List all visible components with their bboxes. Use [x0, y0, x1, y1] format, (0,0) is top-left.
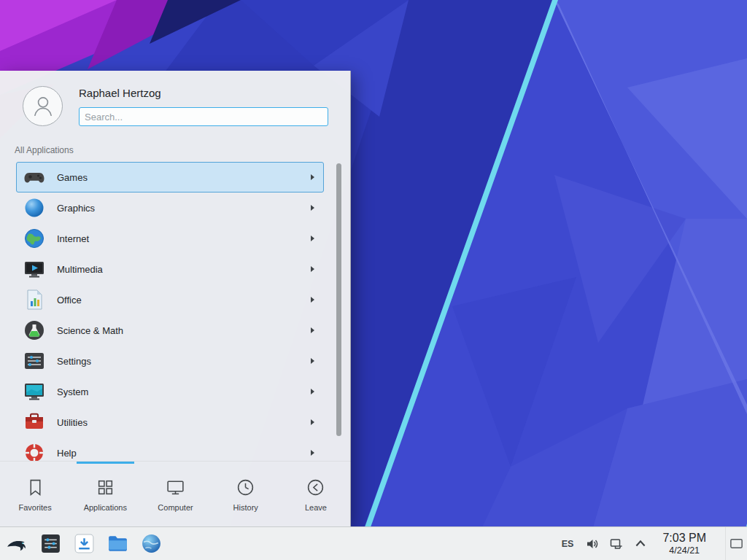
web-browser-icon [140, 532, 163, 555]
submenu-arrow-icon [311, 297, 314, 303]
monitor-icon [166, 478, 185, 497]
taskbar-launchers [0, 527, 168, 560]
application-launcher: Raphael Hertzog All Applications Games [0, 71, 351, 526]
digital-clock[interactable]: 7:03 PM 4/24/21 [662, 531, 706, 556]
wired-network-icon[interactable] [608, 536, 624, 552]
tweaks-launcher[interactable] [34, 527, 67, 560]
scrollbar[interactable] [336, 163, 341, 436]
category-label: Graphics [57, 203, 311, 214]
category-label: Science & Math [57, 325, 311, 336]
tab-history[interactable]: History [211, 462, 281, 526]
tab-leave[interactable]: Leave [281, 462, 351, 526]
graphics-orb-icon [23, 196, 46, 219]
submenu-arrow-icon [311, 327, 314, 333]
category-label: Office [57, 295, 311, 306]
active-tab-indicator [77, 462, 134, 464]
category-internet[interactable]: Internet [16, 223, 324, 254]
category-label: Settings [57, 356, 311, 367]
web-browser-launcher[interactable] [134, 527, 168, 560]
flask-icon [23, 319, 46, 342]
category-label: Utilities [57, 417, 311, 428]
section-label: All Applications [15, 145, 74, 155]
sliders-icon [23, 349, 46, 373]
system-monitor-icon [23, 380, 46, 403]
avatar[interactable] [23, 86, 63, 126]
keyboard-layout-indicator[interactable]: ES [562, 539, 574, 549]
kali-menu-icon [6, 532, 28, 555]
clock-date: 4/24/21 [662, 545, 706, 556]
taskbar: ES 7:03 PM 4/24/21 [0, 526, 747, 560]
show-desktop-icon [729, 536, 744, 551]
submenu-arrow-icon [311, 266, 314, 272]
expand-tray-icon[interactable] [632, 536, 649, 552]
category-science-math[interactable]: Science & Math [16, 315, 324, 346]
file-manager-launcher[interactable] [101, 527, 134, 560]
clock-icon [236, 478, 255, 497]
user-icon [28, 91, 58, 122]
category-help[interactable]: Help [16, 438, 324, 461]
lifebuoy-icon [23, 441, 46, 461]
show-desktop-button[interactable] [725, 527, 747, 560]
bookmark-icon [26, 478, 45, 497]
app-menu-button[interactable] [0, 527, 34, 560]
software-install-launcher[interactable] [67, 527, 101, 560]
globe-icon [23, 227, 46, 250]
category-graphics[interactable]: Graphics [16, 192, 324, 223]
category-label: Games [57, 172, 311, 183]
category-utilities[interactable]: Utilities [16, 407, 324, 438]
clock-time: 7:03 PM [662, 531, 706, 545]
submenu-arrow-icon [311, 174, 314, 180]
grid-icon [96, 478, 115, 497]
tab-computer[interactable]: Computer [140, 462, 210, 526]
category-label: System [57, 386, 311, 397]
category-settings[interactable]: Settings [16, 346, 324, 376]
submenu-arrow-icon [311, 389, 314, 394]
submenu-arrow-icon [311, 419, 314, 425]
leave-icon [306, 478, 325, 497]
media-player-icon [23, 257, 46, 281]
category-label: Multimedia [57, 264, 311, 275]
submenu-arrow-icon [311, 450, 314, 456]
toolbox-icon [23, 411, 46, 434]
submenu-arrow-icon [311, 236, 314, 241]
submenu-arrow-icon [311, 358, 314, 364]
tab-applications[interactable]: Applications [70, 462, 140, 526]
launcher-tabbar: Favorites Applications Computer [0, 461, 351, 526]
category-label: Help [57, 448, 311, 459]
user-name: Raphael Hertzog [79, 87, 161, 99]
category-games[interactable]: Games [16, 162, 324, 192]
tweaks-icon [39, 532, 62, 555]
desktop: Raphael Hertzog All Applications Games [0, 0, 747, 560]
system-tray: ES 7:03 PM 4/24/21 [562, 527, 747, 560]
search-input[interactable] [79, 107, 328, 126]
software-install-icon [73, 532, 96, 555]
file-manager-icon [107, 532, 129, 555]
gamepad-icon [23, 166, 46, 189]
document-chart-icon [23, 288, 46, 311]
category-office[interactable]: Office [16, 284, 324, 315]
tab-favorites[interactable]: Favorites [0, 462, 70, 526]
category-label: Internet [57, 233, 311, 244]
submenu-arrow-icon [311, 205, 314, 211]
volume-icon[interactable] [584, 536, 600, 552]
category-system[interactable]: System [16, 376, 324, 407]
category-multimedia[interactable]: Multimedia [16, 254, 324, 284]
category-list: Games Graphics [16, 162, 324, 461]
